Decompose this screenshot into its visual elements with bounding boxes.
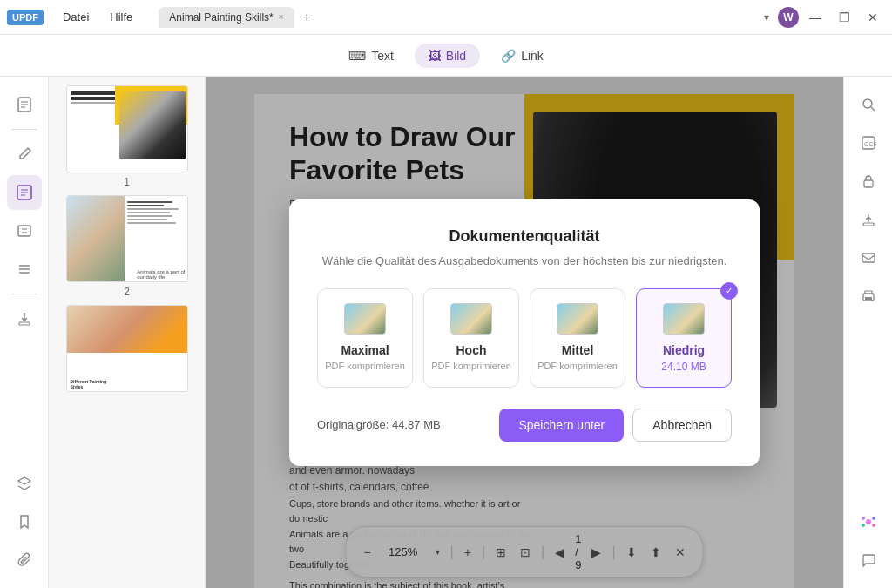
active-tab[interactable]: Animal Painting Skills* ×	[159, 7, 294, 28]
right-icon-chat[interactable]	[851, 543, 886, 578]
svg-rect-8	[19, 322, 30, 325]
svg-point-21	[862, 524, 865, 527]
close-window-button[interactable]: ✕	[861, 9, 885, 26]
main-layout: 1 Animals a	[0, 77, 892, 588]
right-icon-lock[interactable]	[851, 164, 886, 199]
right-sidebar: OCR	[843, 77, 892, 588]
left-sidebar	[0, 77, 49, 588]
svg-rect-13	[864, 180, 873, 187]
svg-text:OCR: OCR	[864, 141, 876, 147]
sidebar-icon-annotate[interactable]	[7, 175, 42, 210]
sidebar-divider-2	[11, 294, 37, 294]
quality-name-hoch: Hoch	[431, 343, 511, 357]
svg-line-10	[871, 107, 875, 111]
link-icon: 🔗	[501, 49, 516, 63]
quality-icon-hoch	[450, 303, 492, 335]
tab-close-button[interactable]: ×	[279, 12, 284, 22]
cancel-button[interactable]: Abbrechen	[632, 409, 732, 442]
titlebar: UPDF Datei Hilfe Animal Painting Skills*…	[0, 0, 892, 35]
sidebar-icon-forms[interactable]	[7, 213, 42, 248]
menu-datei[interactable]: Datei	[54, 7, 98, 27]
right-icon-integrations[interactable]	[851, 504, 886, 539]
sidebar-icon-organize[interactable]	[7, 252, 42, 287]
quality-options: Maximal PDF komprimieren Hoch PDF kompri…	[317, 288, 732, 388]
thumbnail-page-1[interactable]: 1	[57, 85, 196, 188]
save-button[interactable]: Speichern unter	[499, 409, 624, 442]
sidebar-icon-layers[interactable]	[7, 466, 42, 501]
image-icon: 🖼	[429, 49, 441, 63]
quality-name-maximal: Maximal	[325, 343, 405, 357]
thumbnail-panel: 1 Animals a	[49, 77, 206, 588]
link-label: Link	[521, 49, 544, 63]
selected-check-icon: ✓	[720, 282, 738, 300]
thumbnail-img-2: Animals are a part ofour daily life	[66, 195, 188, 282]
svg-point-22	[872, 524, 875, 527]
sidebar-icon-bookmark[interactable]	[7, 504, 42, 539]
modal-actions: Speichern unter Abbrechen	[499, 409, 732, 442]
svg-point-18	[866, 519, 871, 524]
image-tool-button[interactable]: 🖼 Bild	[415, 44, 480, 68]
sidebar-divider-1	[11, 129, 37, 130]
thumbnail-page-2[interactable]: Animals are a part ofour daily life 2	[57, 195, 196, 298]
minimize-button[interactable]: —	[802, 9, 828, 26]
maximize-button[interactable]: ❐	[832, 9, 857, 26]
image-label: Bild	[446, 49, 466, 63]
quality-card-niedrig[interactable]: ✓ Niedrig 24.10 MB	[636, 288, 732, 388]
thumbnail-img-3: Different PaintingStyles	[66, 305, 188, 392]
window-dropdown[interactable]: ▾	[759, 10, 774, 25]
quality-desc-hoch: PDF komprimieren	[431, 361, 511, 371]
svg-rect-15	[862, 253, 875, 262]
menu-hilfe[interactable]: Hilfe	[101, 7, 141, 27]
thumbnail-img-1	[66, 85, 188, 172]
quality-name-niedrig: Niedrig	[644, 343, 724, 357]
quality-desc-mittel: PDF komprimieren	[537, 361, 618, 371]
quality-name-mittel: Mittel	[537, 343, 618, 357]
page-number-1: 1	[124, 176, 130, 188]
sidebar-icon-pages[interactable]	[7, 87, 42, 122]
svg-point-9	[863, 99, 872, 108]
quality-card-hoch[interactable]: Hoch PDF komprimieren	[423, 288, 519, 388]
link-tool-button[interactable]: 🔗 Link	[487, 44, 558, 68]
svg-rect-5	[18, 226, 30, 236]
text-icon: ⌨	[348, 49, 366, 63]
quality-icon-mittel	[557, 303, 598, 335]
sidebar-icon-export[interactable]	[7, 301, 42, 336]
right-search-icon[interactable]	[851, 87, 886, 122]
tab-title: Animal Painting Skills*	[169, 11, 273, 24]
tab-add-button[interactable]: +	[298, 10, 316, 25]
modal-footer: Originalgröße: 44.87 MB Speichern unter …	[317, 409, 732, 442]
page-number-2: 2	[124, 286, 130, 298]
original-size-display: Originalgröße: 44.87 MB	[317, 418, 441, 431]
right-icon-ocr[interactable]: OCR	[851, 125, 886, 160]
thumbnail-page-3[interactable]: Different PaintingStyles	[57, 305, 196, 392]
app-logo: UPDF	[7, 10, 44, 25]
edit-toolbar: ⌨ Text 🖼 Bild 🔗 Link	[0, 35, 892, 77]
svg-point-20	[872, 517, 875, 520]
quality-size-niedrig: 24.10 MB	[644, 361, 724, 373]
text-label: Text	[371, 49, 394, 63]
svg-rect-14	[863, 223, 874, 226]
svg-point-19	[862, 517, 865, 520]
sidebar-icon-attachment[interactable]	[7, 543, 42, 578]
modal-overlay: Dokumentenqualität Wähle die Qualität de…	[206, 77, 843, 588]
quality-icon-maximal	[344, 303, 386, 335]
modal-title: Dokumentenqualität	[317, 227, 732, 246]
content-area: How to Draw Our Favorite Pets Egyptian a…	[206, 77, 843, 588]
right-icon-print[interactable]	[851, 279, 886, 314]
modal-subtitle: Wähle die Qualität des Ausgabedokuments …	[317, 254, 732, 267]
svg-rect-17	[865, 297, 872, 300]
quality-card-mittel[interactable]: Mittel PDF komprimieren	[530, 288, 625, 388]
sidebar-icon-edit[interactable]	[7, 137, 42, 172]
quality-card-maximal[interactable]: Maximal PDF komprimieren	[317, 288, 413, 388]
right-icon-mail[interactable]	[851, 240, 886, 275]
right-icon-share[interactable]	[851, 202, 886, 237]
text-tool-button[interactable]: ⌨ Text	[334, 44, 408, 68]
menu-bar: Datei Hilfe	[54, 7, 141, 27]
quality-desc-maximal: PDF komprimieren	[325, 361, 405, 371]
quality-icon-niedrig	[663, 303, 705, 335]
quality-modal: Dokumentenqualität Wähle die Qualität de…	[289, 199, 760, 466]
user-avatar[interactable]: W	[778, 7, 799, 28]
